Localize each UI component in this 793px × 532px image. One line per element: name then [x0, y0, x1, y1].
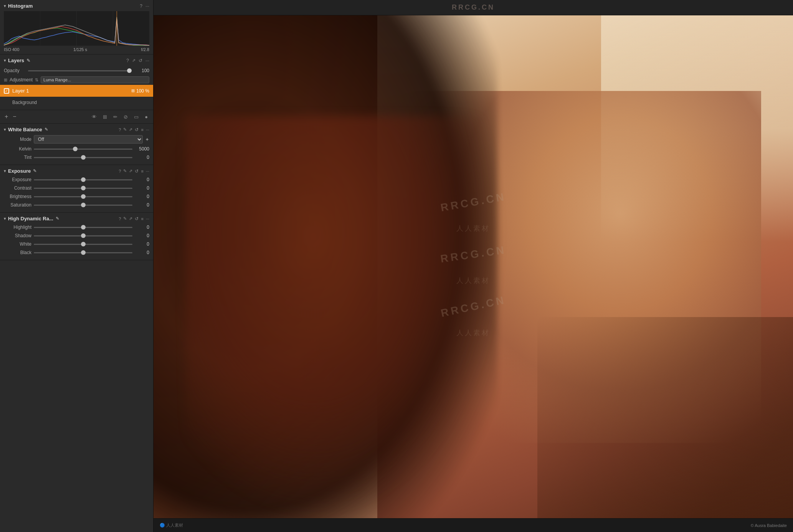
- exposure-chevron[interactable]: ▾: [4, 169, 6, 173]
- top-bar: RRCG.CN: [154, 0, 793, 15]
- kelvin-label: Kelvin: [4, 146, 31, 152]
- hdr-edit-icon[interactable]: ✎: [56, 216, 59, 221]
- exposure-reset-icon[interactable]: ↺: [135, 169, 139, 174]
- histogram-aperture: f/2.8: [141, 47, 149, 52]
- white-row: White 0: [0, 240, 153, 248]
- wb-menu-icon[interactable]: ≡: [141, 127, 143, 132]
- layer-brush-button[interactable]: ✏: [112, 113, 119, 121]
- layer-1-checkbox[interactable]: ✓: [4, 88, 9, 94]
- wb-header: ▾ White Balance ✎ ? ✎ ⇗ ↺ ≡ ···: [0, 124, 153, 134]
- bottom-logo: 🔵 人人素材: [160, 522, 183, 528]
- wb-chevron[interactable]: ▾: [4, 127, 6, 132]
- top-watermark: RRCG.CN: [452, 3, 495, 12]
- exposure-export-icon[interactable]: ⇗: [129, 169, 132, 173]
- histogram-chevron[interactable]: ▾: [4, 4, 6, 8]
- wb-pencil-icon[interactable]: ✎: [123, 127, 127, 132]
- histogram-canvas: [4, 11, 149, 46]
- wb-mode-select[interactable]: Off Auto Daylight Cloudy Custom: [34, 135, 143, 144]
- layer-1-name: Layer 1: [12, 88, 128, 94]
- wb-question-icon[interactable]: ?: [119, 127, 121, 132]
- opacity-slider[interactable]: [28, 70, 132, 71]
- hdr-export-icon[interactable]: ⇗: [129, 216, 132, 221]
- saturation-label: Saturation: [4, 202, 31, 208]
- white-slider[interactable]: [34, 241, 132, 247]
- blur-fg2: [185, 116, 505, 518]
- exposure-edit-icon[interactable]: ✎: [33, 169, 36, 173]
- bottom-left: 🔵 人人素材: [160, 522, 183, 528]
- white-label: White: [4, 241, 31, 247]
- histogram-question-icon[interactable]: ?: [140, 3, 142, 9]
- layer-rect-button[interactable]: ▭: [132, 113, 140, 121]
- left-panel: ▾ Histogram ? ···: [0, 0, 154, 532]
- layer-circle-button[interactable]: ●: [143, 113, 149, 121]
- layer-1-percent: ⊞ 100 %: [131, 88, 149, 94]
- layer-1-item[interactable]: ✓ Layer 1 ⊞ 100 %: [0, 85, 153, 97]
- wb-export-icon[interactable]: ⇗: [129, 127, 132, 132]
- exposure-header: ▾ Exposure ✎ ? ✎ ⇗ ↺ ≡ ···: [0, 165, 153, 175]
- contrast-value: 0: [135, 185, 149, 191]
- layer-sliders-button[interactable]: ⊞: [101, 113, 109, 121]
- layer-eraser-button[interactable]: ⊘: [122, 113, 129, 121]
- hdr-ellipsis-icon[interactable]: ···: [146, 216, 149, 221]
- photo-background: RRCG.CN 人人素材 RRCG.CN 人人素材 RRCG.CN 人人素材: [154, 15, 793, 518]
- shadow-value: 0: [135, 233, 149, 238]
- wb-title-group: ▾ White Balance ✎: [4, 127, 48, 132]
- layer-eye-button[interactable]: 👁: [90, 113, 98, 121]
- histogram-title: Histogram: [8, 3, 33, 9]
- histogram-icons: ? ···: [140, 3, 149, 9]
- layer-1-percent-value: 100 %: [136, 88, 149, 94]
- hdr-question-icon[interactable]: ?: [119, 216, 121, 221]
- wb-ellipsis-icon[interactable]: ···: [146, 127, 149, 132]
- kelvin-value: 5000: [135, 146, 149, 152]
- saturation-slider[interactable]: [34, 202, 132, 208]
- kelvin-slider[interactable]: [34, 146, 132, 152]
- exposure-title-group: ▾ Exposure ✎: [4, 168, 36, 174]
- wb-reset-icon[interactable]: ↺: [135, 127, 139, 132]
- layers-toolbar: + − 👁 ⊞ ✏ ⊘ ▭ ●: [0, 110, 153, 123]
- black-value: 0: [135, 250, 149, 255]
- exposure-pencil-icon[interactable]: ✎: [123, 169, 127, 173]
- adjustment-icon: ⊞: [4, 78, 7, 83]
- adjustment-dropdown[interactable]: Luma Range...: [41, 76, 149, 83]
- hdr-chevron[interactable]: ▾: [4, 216, 6, 221]
- layers-chevron[interactable]: ▾: [4, 58, 6, 63]
- hdr-header: ▾ High Dynamic Ra... ✎ ? ✎ ⇗ ↺ ≡ ···: [0, 213, 153, 223]
- layers-edit-icon[interactable]: ✎: [26, 58, 30, 63]
- wb-edit-icon[interactable]: ✎: [45, 127, 48, 132]
- exposure-slider[interactable]: [34, 177, 132, 183]
- layers-icons: ? ⇗ ↺ ···: [126, 58, 149, 63]
- exposure-question-icon[interactable]: ?: [119, 169, 121, 173]
- bottom-bar: 🔵 人人素材 © Ausra Babiedaite: [154, 518, 793, 532]
- wb-mode-row: Mode Off Auto Daylight Cloudy Custom ✦: [0, 134, 153, 145]
- hdr-title-group: ▾ High Dynamic Ra... ✎: [4, 216, 59, 221]
- adjustment-arrows[interactable]: ⇅: [35, 78, 38, 83]
- hdr-section: ▾ High Dynamic Ra... ✎ ? ✎ ⇗ ↺ ≡ ··· Hig…: [0, 213, 153, 260]
- exposure-ellipsis-icon[interactable]: ···: [146, 169, 149, 173]
- black-slider[interactable]: [34, 249, 132, 256]
- layers-reset-icon[interactable]: ↺: [139, 58, 142, 63]
- kelvin-row: Kelvin 5000: [0, 145, 153, 153]
- contrast-slider[interactable]: [34, 185, 132, 191]
- remove-layer-button[interactable]: −: [12, 112, 17, 121]
- hdr-reset-icon[interactable]: ↺: [135, 216, 139, 221]
- contrast-row: Contrast 0: [0, 184, 153, 192]
- wb-eyedropper-icon[interactable]: ✦: [145, 137, 149, 142]
- brightness-slider[interactable]: [34, 193, 132, 200]
- hdr-menu-icon[interactable]: ≡: [141, 216, 143, 221]
- tint-slider[interactable]: [34, 154, 132, 160]
- exposure-icons: ? ✎ ⇗ ↺ ≡ ···: [119, 169, 149, 174]
- layers-export-icon[interactable]: ⇗: [132, 58, 135, 63]
- highlight-slider[interactable]: [34, 224, 132, 230]
- layers-ellipsis-icon[interactable]: ···: [145, 58, 149, 63]
- layers-title-group: ▾ Layers ✎: [4, 58, 30, 63]
- contrast-label: Contrast: [4, 185, 31, 191]
- histogram-ellipsis-icon[interactable]: ···: [145, 3, 149, 9]
- histogram-title-group: ▾ Histogram: [4, 3, 33, 9]
- exposure-menu-icon[interactable]: ≡: [141, 169, 143, 173]
- shadow-slider[interactable]: [34, 233, 132, 239]
- layers-title: Layers: [8, 58, 24, 63]
- hdr-pencil-icon[interactable]: ✎: [123, 216, 127, 221]
- add-layer-button[interactable]: +: [4, 112, 9, 121]
- opacity-label: Opacity: [4, 68, 25, 73]
- layers-question-icon[interactable]: ?: [126, 58, 129, 63]
